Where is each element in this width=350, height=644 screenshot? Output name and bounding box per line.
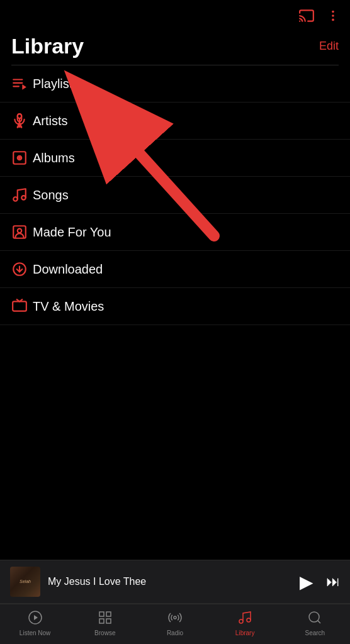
svg-point-38 — [309, 612, 319, 622]
svg-point-19 — [21, 196, 26, 200]
browse-icon — [98, 610, 113, 628]
svg-line-39 — [318, 620, 320, 623]
browse-label: Browse — [94, 630, 115, 636]
library-item-playlists[interactable]: Playlists — [0, 65, 350, 103]
tv-movies-label: TV & Movies — [33, 299, 104, 314]
radio-icon — [167, 610, 183, 628]
more-options-icon[interactable] — [326, 9, 340, 25]
library-item-tv-movies[interactable]: TV & Movies — [0, 288, 350, 325]
albums-label: Albums — [33, 151, 75, 165]
search-label: Search — [305, 630, 325, 636]
nav-radio[interactable]: Radio — [156, 610, 194, 636]
artists-label: Artists — [33, 114, 68, 128]
svg-point-36 — [239, 619, 243, 623]
search-icon — [307, 610, 322, 628]
now-playing-bar[interactable]: Selah My Jesus I Love Thee ▶ ⏭ — [0, 560, 350, 604]
edit-button[interactable]: Edit — [319, 40, 339, 53]
cast-icon[interactable] — [298, 8, 315, 26]
nav-library[interactable]: Library — [226, 610, 264, 636]
nav-browse[interactable]: Browse — [86, 610, 124, 636]
library-icon — [237, 610, 252, 628]
svg-marker-30 — [34, 615, 38, 620]
nav-listen-now[interactable]: Listen Now — [16, 610, 54, 636]
library-list: Playlists Artists — [0, 65, 350, 325]
playlist-icon — [11, 75, 33, 92]
album-art: Selah — [10, 567, 40, 597]
listen-now-icon — [28, 610, 43, 628]
library-header: Library Edit — [0, 31, 350, 65]
playlists-label: Playlists — [33, 77, 79, 91]
svg-point-37 — [247, 618, 251, 622]
albums-icon — [11, 150, 33, 166]
downloaded-label: Downloaded — [33, 262, 103, 277]
library-item-made-for-you[interactable]: Made For You — [0, 214, 350, 251]
svg-point-21 — [18, 229, 22, 233]
svg-rect-31 — [99, 612, 104, 616]
skip-forward-button[interactable]: ⏭ — [326, 574, 340, 590]
library-item-artists[interactable]: Artists — [0, 103, 350, 140]
downloaded-icon — [11, 261, 33, 277]
svg-rect-32 — [106, 612, 111, 616]
tv-movies-icon — [11, 298, 33, 314]
made-for-you-icon — [11, 224, 33, 240]
listen-now-label: Listen Now — [20, 630, 50, 636]
album-art-text: Selah — [20, 579, 31, 584]
radio-label: Radio — [167, 630, 183, 636]
svg-rect-24 — [13, 301, 26, 311]
play-button[interactable]: ▶ — [300, 572, 313, 592]
svg-point-17 — [19, 157, 20, 158]
library-item-downloaded[interactable]: Downloaded — [0, 251, 350, 288]
library-item-albums[interactable]: Albums — [0, 140, 350, 177]
top-bar — [0, 0, 350, 31]
artists-icon — [11, 113, 33, 129]
svg-marker-7 — [22, 84, 26, 90]
songs-label: Songs — [33, 188, 69, 203]
svg-point-35 — [174, 616, 176, 619]
svg-rect-33 — [99, 619, 104, 623]
svg-point-3 — [332, 19, 334, 21]
svg-point-18 — [13, 197, 18, 201]
svg-point-2 — [332, 14, 334, 17]
page-title: Library — [11, 34, 84, 58]
library-item-songs[interactable]: Songs — [0, 177, 350, 214]
nav-search[interactable]: Search — [296, 610, 334, 636]
song-title: My Jesus I Love Thee — [48, 576, 292, 587]
made-for-you-label: Made For You — [33, 225, 111, 240]
svg-rect-34 — [106, 619, 111, 623]
svg-point-1 — [332, 11, 334, 13]
library-nav-label: Library — [235, 630, 255, 636]
playback-controls: ▶ ⏭ — [300, 572, 340, 592]
bottom-navigation: Listen Now Browse Radio — [0, 604, 350, 644]
songs-icon — [11, 187, 33, 203]
